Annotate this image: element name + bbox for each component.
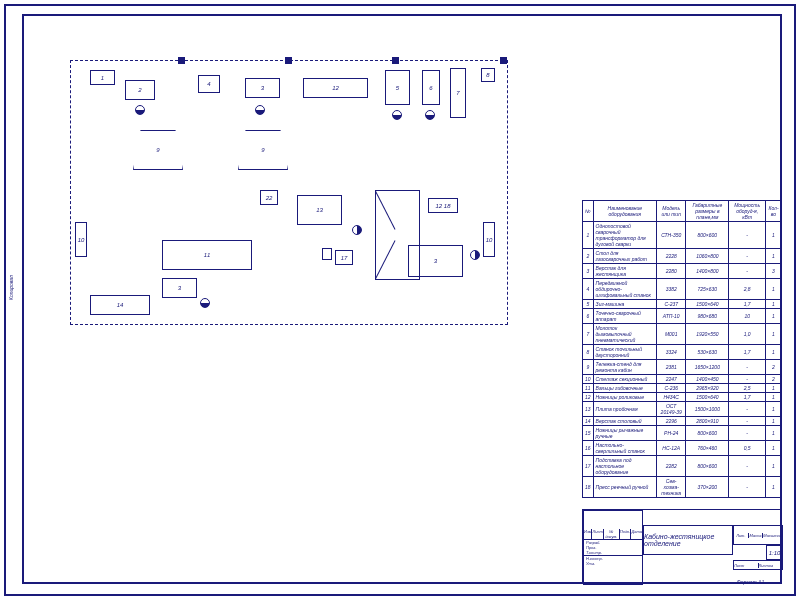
equipment-box: 11 [162,240,252,270]
table-row: 3Верстак для жестянщика22801400×800-3 [583,264,782,279]
equipment-box: 13 [297,195,342,225]
table-row: 7Молоток дымовыпочный пневматическийМ001… [583,324,782,345]
equipment-box: 12 [303,78,368,98]
tb-data: Дата [631,529,642,539]
column-marker [285,57,292,64]
symbol-half-circle [425,110,435,120]
table-row: 11Вальцы гибовочныеС-2362965×9202,51 [583,384,782,393]
symbol-half-circle [200,298,210,308]
cross-hatch-box [375,190,420,280]
sheet-format: Формат А1 [718,578,783,585]
table-row: 6Точечно-сварочный аппаратАТП-10980×6801… [583,309,782,324]
tb-list: Лист [592,529,603,539]
equipment-box: 2 [125,80,155,100]
col-dims: Габаритные размеры в плане,мм [686,201,729,222]
table-row: 2Стол для газосварочных работ22281060×80… [583,249,782,264]
title-block: Изм Лист № докум. Подп. Дата Разраб. Про… [582,509,782,584]
equipment-box: 14 [90,295,150,315]
equipment-box: 10 [483,222,495,257]
symbol-half-circle [352,225,362,235]
column-marker [178,57,185,64]
table-row: 4Передвижной обдирочно-шлифовальный стан… [583,279,782,300]
connector-box [322,248,332,260]
equipment-box: 3 [162,278,197,298]
col-model: Модель или тип [657,201,686,222]
table-row: 16Настольно-сверлильный станокНС-12А760×… [583,441,782,456]
floor-plan: 1243125678221310113141712 18310 9 9 [70,50,510,350]
tb-mass: Масса [749,533,764,538]
equipment-box: 1 [90,70,115,85]
equipment-box: 4 [198,75,220,93]
tb-sheet: Лист [734,563,759,568]
tb-sheets: Листов [759,563,783,568]
equipment-box: 5 [385,70,410,105]
symbol-half-circle [470,250,480,260]
table-row: 12Ножницы роликовыеН434С1500×6401,71 [583,393,782,402]
tb-utv: Утв. [584,561,642,566]
table-row: 1Однопостовой сварочный трансформатор дл… [583,222,782,249]
symbol-half-circle [392,110,402,120]
table-row: 15Ножницы рычажные ручныеРН-24800×600-1 [583,426,782,441]
equipment-box: 7 [450,68,466,118]
equipment-box: 3 [245,78,280,98]
symbol-half-circle [255,105,265,115]
table-row: 8Станок точильный двусторонний3324530×63… [583,345,782,360]
side-label: Копировал [8,275,14,300]
equipment-box: 17 [335,250,353,265]
table-row: 10Стеллаж секционный22471400×450-2 [583,375,782,384]
col-name: Наименование оборудования [593,201,656,222]
table-row: 9Тележка-стенд для ремонта кабин23811650… [583,360,782,375]
table-row: 14Верстак столовый22962800×910-1 [583,417,782,426]
table-row: 17Подставка под настольное оборудование2… [583,456,782,477]
scale-value: 1:10 [766,545,783,560]
tb-lit: Лит. [734,533,749,538]
equipment-box: 6 [422,70,440,105]
column-marker [392,57,399,64]
trolley-shape: 9 [238,130,288,170]
symbol-half-circle [135,105,145,115]
tb-ndok: № докум. [604,529,620,539]
col-power: Мощность оборуд-я, кВт [729,201,766,222]
tb-podp: Подп. [620,529,632,539]
col-qty: Кол-во [766,201,782,222]
table-row: 5Зиг-машинаС-2371500×6401,71 [583,300,782,309]
equipment-box: 12 18 [428,198,458,213]
col-num: № [583,201,594,222]
equipment-box: 8 [481,68,495,82]
trolley-shape: 9 [133,130,183,170]
table-row: 13Плита пробочнаяОСТ 20149-391500×1000-1 [583,402,782,417]
drawing-title: Кабино-жестяницкое отделение [643,525,733,555]
column-marker [500,57,507,64]
equipment-box: 22 [260,190,278,205]
table-row: 18Пресс реечный ручнойСев-хозма-техника3… [583,477,782,498]
tb-scale: Масштаб [763,533,782,538]
equipment-box: 10 [75,222,87,257]
equipment-table: № Наименование оборудования Модель или т… [582,200,782,490]
